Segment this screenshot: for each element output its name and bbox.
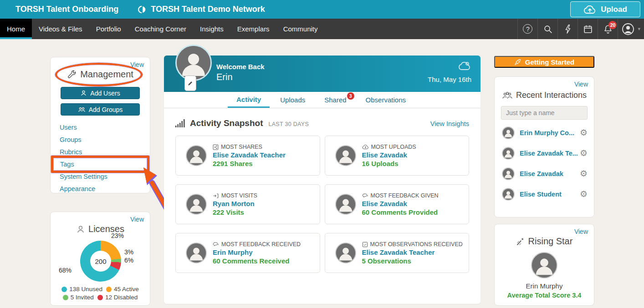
tab-shared[interactable]: Shared 3 [316, 92, 355, 108]
management-link-users[interactable]: Users [51, 121, 150, 133]
weather-cloud-icon [458, 61, 471, 71]
people-icon [502, 91, 513, 99]
legend-item-active: 45 Active [106, 286, 139, 293]
recent-interactions-panel: View Recent Interactions Erin Murphy Co.… [494, 76, 594, 217]
management-link-system-settings[interactable]: System Settings [51, 170, 150, 182]
gear-icon[interactable]: ⚙ [580, 128, 588, 137]
bar-chart-icon [175, 119, 186, 127]
view-insights-link[interactable]: View Insights [430, 120, 469, 127]
calendar-button[interactable] [578, 19, 598, 39]
licenses-title: Licenses [51, 224, 150, 234]
stat-user-link[interactable]: Elise Zavadak Teacher [213, 151, 286, 159]
person-name-link[interactable]: Elise Zavadak Te... [520, 150, 578, 157]
activity-snapshot-header: Activity Snapshot LAST 30 DAYS View Insi… [175, 118, 469, 128]
rising-star-view-link[interactable]: View [574, 228, 588, 235]
recent-interactions-view-link[interactable]: View [574, 81, 588, 88]
management-link-groups[interactable]: Groups [51, 133, 150, 146]
gear-icon[interactable]: ⚙ [580, 169, 588, 178]
list-item[interactable]: Erin Murphy Co... ⚙ [495, 122, 594, 143]
avatar [502, 126, 515, 139]
avatar [502, 147, 515, 160]
search-icon [543, 24, 553, 34]
share-icon [213, 144, 219, 150]
most-feedback-given-card: MOST FEEDBACK GIVEN Elise Zavadak 60 Com… [325, 184, 470, 224]
donut-total: 200 [90, 251, 111, 272]
profile-menu-button[interactable] [618, 19, 638, 39]
licenses-view-link[interactable]: View [130, 216, 144, 223]
network-switcher[interactable]: TORSH Talent Demo Network [138, 5, 265, 14]
legend-dot-disabled [97, 295, 103, 300]
avatar [335, 242, 356, 263]
stat-user-link[interactable]: Elise Zavadak Teacher [362, 248, 463, 256]
tab-observations[interactable]: Observations [357, 92, 414, 108]
rocket-icon [514, 58, 521, 66]
avatar [186, 242, 207, 263]
upload-button[interactable]: Upload [570, 1, 640, 17]
edit-profile-button[interactable] [184, 76, 196, 91]
management-link-appearance[interactable]: Appearance [51, 182, 150, 195]
top-bar: TORSH Talent Onboarding TORSH Talent Dem… [0, 0, 644, 19]
notifications-button[interactable]: 20 [598, 19, 618, 39]
legend-item-unused: 138 Unused [61, 286, 102, 293]
avatar [186, 145, 207, 166]
gear-icon[interactable]: ⚙ [580, 149, 588, 157]
nav-item-videos-files[interactable]: Videos & Files [32, 19, 89, 39]
person-name-link[interactable]: Elise Student [520, 191, 562, 198]
main-nav: Home Videos & Files Portfolio Coaching C… [0, 19, 644, 39]
quick-actions-button[interactable] [557, 19, 578, 39]
nav-item-exemplars[interactable]: Exemplars [230, 19, 276, 39]
nav-item-portfolio[interactable]: Portfolio [89, 19, 128, 39]
caret-down-icon[interactable]: ▾ [638, 19, 644, 39]
list-item[interactable]: Elise Zavadak Te... ⚙ [495, 143, 594, 163]
pencil-icon [187, 80, 194, 86]
person-name-link[interactable]: Erin Murphy Co... [520, 129, 574, 136]
wrench-icon [67, 70, 77, 80]
rising-star-avatar[interactable] [531, 252, 557, 278]
tab-activity[interactable]: Activity [228, 92, 270, 108]
stat-user-link[interactable]: Erin Murphy [213, 248, 301, 256]
nav-item-insights[interactable]: Insights [193, 19, 230, 39]
cloud-upload-icon [362, 144, 369, 150]
nav-item-community[interactable]: Community [276, 19, 325, 39]
avatar-icon [622, 23, 634, 35]
add-user-icon [80, 90, 87, 96]
current-date: Thu, May 16th [428, 76, 471, 83]
stat-user-link[interactable]: Elise Zavadak [362, 151, 416, 159]
welcome-name: Erin [216, 72, 265, 82]
management-title: Management [51, 69, 150, 80]
rising-star-panel: View Rising Star Erin Murphy Average Tot… [494, 224, 594, 306]
welcome-greeting: Welcome Back [216, 63, 265, 71]
list-item[interactable]: Elise Student ⚙ [495, 184, 594, 204]
tab-uploads[interactable]: Uploads [271, 92, 314, 108]
person-search-input[interactable] [501, 106, 588, 120]
segment-label-unused: 68% [59, 267, 72, 274]
licenses-donut-chart: 200 23% 3% 6% 68% [51, 234, 151, 284]
list-item[interactable]: Elise Zavadak ⚙ [495, 163, 594, 184]
legend-dot-invited [63, 295, 68, 300]
bolt-icon [564, 24, 572, 34]
stat-user-link[interactable]: Elise Zavadak [362, 200, 439, 207]
user-icon [76, 225, 85, 234]
stat-user-link[interactable]: Ryan Morton [213, 200, 257, 207]
nav-item-home[interactable]: Home [0, 19, 32, 39]
management-view-link[interactable]: View [130, 61, 144, 68]
help-button[interactable]: ? [517, 19, 537, 39]
person-name-link[interactable]: Elise Zavadak [520, 170, 563, 177]
chat-icon [213, 242, 219, 247]
checkbox-icon [362, 242, 368, 247]
getting-started-button[interactable]: Getting Started [494, 56, 594, 68]
avatar [502, 188, 515, 201]
chat-icon [362, 193, 368, 199]
upload-cloud-icon [583, 5, 596, 15]
add-users-button[interactable]: Add Users [61, 87, 140, 99]
search-button[interactable] [537, 19, 557, 39]
gear-icon[interactable]: ⚙ [580, 190, 588, 198]
segment-label-invited: 3% [124, 248, 133, 256]
add-group-icon [78, 106, 86, 113]
most-uploads-card: MOST UPLOADS Elise Zavadak 16 Uploads [325, 136, 470, 176]
add-groups-button[interactable]: Add Groups [61, 103, 140, 116]
nav-item-coaching-corner[interactable]: Coaching Corner [128, 19, 193, 39]
recent-interactions-title: Recent Interactions [495, 91, 594, 100]
segment-label-active: 23% [111, 232, 124, 239]
app-screen: TORSH Talent Onboarding TORSH Talent Dem… [0, 0, 644, 308]
